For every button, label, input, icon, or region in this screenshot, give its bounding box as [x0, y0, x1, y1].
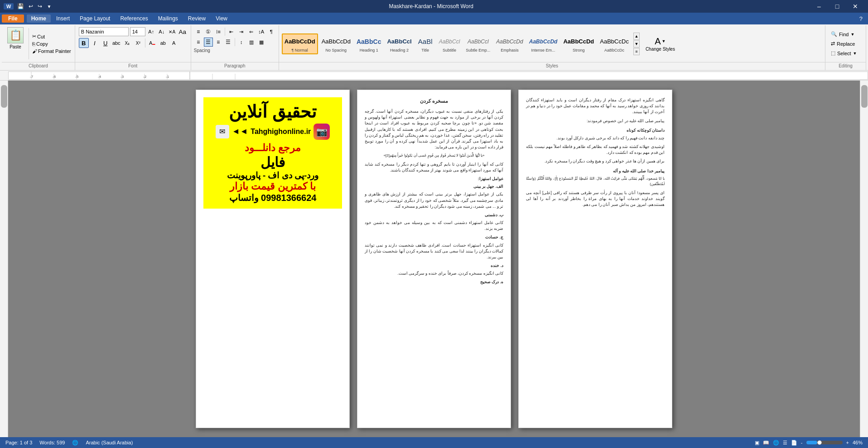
find-button[interactable]: 🔍 Find ▼ — [829, 30, 862, 38]
style-normal[interactable]: AaBbCcDd ¶ Normal — [282, 33, 318, 54]
zoom-slider[interactable] — [806, 441, 843, 444]
styles-scroll-down-button[interactable]: ▼ — [633, 40, 640, 48]
rtl-button[interactable]: ⇐ — [247, 27, 256, 36]
font-color-button[interactable]: A — [169, 38, 179, 48]
vertical-scrollbar-right-thumb[interactable] — [861, 85, 868, 108]
underline-button[interactable]: U — [101, 38, 111, 48]
redo-button[interactable]: ↪ — [37, 2, 43, 10]
spacing-row: Spacing — [194, 48, 276, 53]
review-menu-button[interactable]: Review — [183, 14, 210, 23]
view-web-icon[interactable]: 🌐 — [773, 440, 779, 446]
view-draft-icon[interactable]: 📄 — [791, 440, 797, 446]
zoom-level: 46% — [853, 440, 863, 445]
align-center-button[interactable]: ☰ — [204, 38, 213, 47]
strikethrough-button[interactable]: abc — [111, 38, 121, 48]
subscript-button[interactable]: X₂ — [122, 38, 132, 48]
style-title-preview: AaBl — [418, 35, 433, 48]
style-strong[interactable]: AaBbCcDd Strong — [561, 34, 596, 54]
copy-button[interactable]: ⎘ Copy — [30, 41, 73, 47]
font-size-increase-button[interactable]: A↑ — [147, 27, 156, 36]
replace-icon: ⇄ — [831, 41, 835, 47]
font-size-box[interactable]: 14 — [130, 27, 145, 36]
align-left-button[interactable]: ≡ — [194, 38, 203, 47]
styles-scroll-buttons: ▲ ▼ ≡ — [633, 33, 640, 55]
references-menu-button[interactable]: References — [116, 14, 152, 23]
replace-button[interactable]: ⇄ Replace — [829, 40, 862, 48]
view-menu-button[interactable]: View — [211, 14, 232, 23]
style-heading1[interactable]: AaBbCc Heading 1 — [354, 34, 383, 54]
superscript-button[interactable]: X² — [133, 38, 143, 48]
justify-button[interactable]: ☰ — [224, 38, 233, 47]
change-case-button[interactable]: Aa — [178, 27, 187, 36]
zoom-in-button[interactable]: + — [846, 440, 849, 445]
format-painter-button[interactable]: 🖌 Format Painter — [30, 48, 73, 54]
style-subtitle[interactable]: AaBbCcl Subtitle — [437, 34, 463, 54]
page3-para2: چند دانفه دانت فهیم را که داند که برخی ش… — [526, 135, 665, 141]
increase-indent-button[interactable]: ⇥ — [237, 27, 246, 36]
styles-more-button[interactable]: ≡ — [633, 48, 640, 55]
style-heading1-label: Heading 1 — [360, 48, 378, 52]
file-menu-button[interactable]: File — [2, 14, 24, 23]
left-sidebar — [0, 81, 8, 437]
cut-button[interactable]: ✂ Cut — [30, 33, 73, 40]
find-arrow: ▼ — [850, 32, 854, 37]
customize-quick-access-button[interactable]: ▼ — [46, 3, 52, 10]
sort-button[interactable]: ↕A — [257, 27, 266, 36]
style-no-spacing[interactable]: AaBbCcDd No Spacing — [319, 34, 353, 54]
save-button[interactable]: 💾 — [16, 2, 25, 10]
line-spacing-button[interactable]: ↕ — [237, 38, 246, 47]
view-normal-icon[interactable]: ▣ — [755, 440, 759, 446]
close-button[interactable]: ✕ — [846, 0, 864, 13]
vertical-scrollbar-thumb[interactable] — [1, 85, 7, 108]
style-more[interactable]: AaBbCcDc AaBbCcDc — [598, 34, 631, 54]
decrease-indent-button[interactable]: ⇤ — [227, 27, 236, 36]
clipboard-actions: ✂ Cut ⎘ Copy 🖌 Format Painter — [30, 26, 73, 61]
style-normal-label: ¶ Normal — [292, 48, 308, 52]
yellow-banner: تحقیق آنلاین 📷 Tahghighonline.ir ◄◄ ✉ مر… — [203, 97, 342, 209]
page-layout-menu-button[interactable]: Page Layout — [75, 14, 115, 23]
home-menu-button[interactable]: Home — [27, 14, 51, 23]
italic-button[interactable]: I — [90, 38, 100, 48]
show-formatting-button[interactable]: ¶ — [267, 27, 276, 36]
text-color-button[interactable]: A▬ — [147, 38, 157, 48]
page3-prophet-name: پیامبر خدا صلی الله علیه و آله — [526, 168, 665, 174]
title-bar: W 💾 ↩ ↪ ▼ Maskhare-Kardan - Microsoft Wo… — [0, 0, 868, 13]
bullets-button[interactable]: ≡ — [194, 27, 203, 36]
zoom-slider-thumb[interactable] — [817, 440, 822, 445]
undo-button[interactable]: ↩ — [28, 2, 34, 10]
style-heading2[interactable]: AaBbCcI Heading 2 — [385, 34, 414, 54]
style-intense-emphasis[interactable]: AaBbCcDd Intense Em... — [527, 34, 560, 54]
mailings-menu-button[interactable]: Mailings — [154, 14, 183, 23]
select-label: Select — [837, 51, 851, 56]
highlight-button[interactable]: ab — [158, 38, 168, 48]
style-emphasis[interactable]: AaBbCcDd Emphasis — [494, 34, 525, 54]
copy-label: Copy — [36, 41, 48, 47]
numbering-button[interactable]: ① — [204, 27, 213, 36]
font-name-box[interactable]: B Nazanin — [79, 27, 129, 36]
shading-button[interactable]: ▥ — [247, 38, 256, 47]
view-outline-icon[interactable]: ☰ — [783, 440, 787, 446]
page2-para3: یکی از عوامل استهزا، جهل برتر بینی است ک… — [365, 191, 503, 210]
font-format-row: B I U abc X₂ X² A▬ ab A — [79, 38, 187, 48]
select-button[interactable]: ⬚ Select ▼ — [829, 49, 862, 57]
styles-scroll-up-button[interactable]: ▲ — [633, 33, 640, 40]
paste-button[interactable]: 📋 Paste — [4, 26, 27, 61]
style-title[interactable]: AaBl Title — [415, 34, 435, 54]
banner-file: فایل — [207, 154, 338, 170]
change-styles-button[interactable]: A ▼ Change Styles — [643, 35, 678, 52]
maximize-button[interactable]: □ — [828, 0, 846, 13]
style-subtle-emphasis[interactable]: AaBbCcl Subtle Emp... — [463, 34, 492, 54]
clear-formatting-button[interactable]: ✕A — [168, 27, 177, 36]
insert-menu-button[interactable]: Insert — [52, 14, 74, 23]
minimize-button[interactable]: – — [810, 0, 828, 13]
page2-para2: کانی که آنها را اینبار آوردن تا بایم گرو… — [365, 162, 503, 173]
borders-button[interactable]: ▦ — [257, 38, 266, 47]
align-right-button[interactable]: ≡ — [214, 38, 223, 47]
view-reading-icon[interactable]: 📖 — [763, 440, 769, 446]
bold-button[interactable]: B — [79, 38, 89, 48]
zoom-out-button[interactable]: - — [801, 440, 803, 445]
multilevel-list-button[interactable]: ⁞≡ — [214, 27, 223, 36]
styles-group: AaBbCcDd ¶ Normal AaBbCcDd No Spacing Aa… — [279, 25, 825, 70]
help-button[interactable]: ? — [856, 14, 866, 23]
font-size-decrease-button[interactable]: A↓ — [157, 27, 166, 36]
